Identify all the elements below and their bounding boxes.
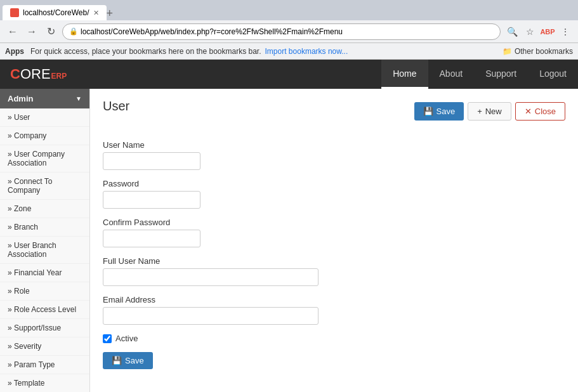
tab-bar: localhost/CoreWeb/ ✕ +: [0, 0, 578, 20]
app-container: C ORE ERP Home About Support Logout Admi…: [0, 60, 578, 392]
browser-chrome: localhost/CoreWeb/ ✕ + ← → ↻ 🔒 🔍 ☆ ABP ⋮…: [0, 0, 578, 60]
confirm-password-input[interactable]: [103, 230, 200, 247]
nav-about[interactable]: About: [428, 60, 475, 89]
sidebar-item-user-company-association[interactable]: » User Company Association: [0, 145, 89, 173]
menu-icon[interactable]: ⋮: [558, 24, 573, 39]
bookmark-icon[interactable]: ☆: [522, 24, 537, 39]
full-user-name-group: Full User Name: [103, 256, 565, 286]
sidebar-item-zone[interactable]: » Zone: [0, 200, 89, 218]
bookmarks-bar: Apps For quick access, place your bookma…: [0, 43, 578, 60]
logo-core: C ORE ERP: [10, 66, 67, 82]
forward-button[interactable]: →: [24, 24, 39, 39]
active-group: Active: [103, 334, 565, 343]
main-content: User 💾 Save + New ✕ Close: [90, 89, 578, 392]
save-bottom-area: 💾 Save: [103, 352, 565, 369]
nav-support[interactable]: Support: [474, 60, 528, 89]
tab-favicon: [10, 8, 19, 17]
user-form: User Name Password Confirm Password Full…: [103, 135, 565, 369]
nav-home[interactable]: Home: [381, 60, 428, 89]
lock-icon: 🔒: [69, 27, 78, 36]
address-bar[interactable]: 🔒: [62, 23, 501, 40]
page-title: User: [103, 99, 129, 114]
other-bookmarks[interactable]: 📁 Other bookmarks: [502, 47, 573, 56]
save-label: Save: [437, 107, 456, 116]
bookmarks-text: For quick access, place your bookmarks h…: [30, 47, 261, 56]
save-bottom-icon: 💾: [112, 356, 122, 365]
active-checkbox[interactable]: [103, 334, 112, 343]
logo-ore: ORE: [20, 66, 51, 82]
sidebar-item-financial-year[interactable]: » Financial Year: [0, 264, 89, 282]
email-label: Email Address: [103, 295, 565, 304]
app-body: Admin ▼ » User » Company » User Company …: [0, 89, 578, 392]
search-icon[interactable]: 🔍: [504, 24, 520, 39]
other-bookmarks-label: Other bookmarks: [515, 47, 573, 56]
close-icon: ✕: [525, 107, 532, 116]
sidebar-item-branch[interactable]: » Branch: [0, 218, 89, 237]
plus-icon: +: [477, 107, 482, 116]
nav-links: Home About Support Logout: [381, 60, 578, 89]
url-input[interactable]: [81, 27, 494, 36]
nav-logout[interactable]: Logout: [528, 60, 578, 89]
user-name-group: User Name: [103, 140, 565, 170]
apps-button[interactable]: Apps: [5, 47, 24, 56]
sidebar: Admin ▼ » User » Company » User Company …: [0, 89, 90, 392]
page-header: User 💾 Save + New ✕ Close: [103, 99, 565, 124]
full-user-name-label: Full User Name: [103, 256, 565, 266]
toolbar-icons: 🔍 ☆ ABP ⋮: [504, 24, 573, 39]
new-label: New: [485, 107, 502, 116]
sidebar-item-user[interactable]: » User: [0, 108, 89, 127]
active-label: Active: [115, 334, 138, 343]
app-navbar: C ORE ERP Home About Support Logout: [0, 60, 578, 89]
new-tab-button[interactable]: +: [107, 7, 114, 20]
sidebar-item-role[interactable]: » Role: [0, 282, 89, 301]
sidebar-item-user-branch-association[interactable]: » User Branch Association: [0, 237, 89, 264]
password-input[interactable]: [103, 191, 200, 209]
new-button[interactable]: + New: [468, 102, 511, 121]
sidebar-item-company[interactable]: » Company: [0, 127, 89, 145]
logo-c: C: [10, 66, 20, 82]
save-button[interactable]: 💾 Save: [414, 102, 464, 121]
sidebar-item-role-access-level[interactable]: » Role Access Level: [0, 301, 89, 319]
tab-close-button[interactable]: ✕: [93, 9, 99, 17]
sidebar-admin-label: Admin: [8, 94, 33, 103]
email-group: Email Address: [103, 295, 565, 325]
password-group: Password: [103, 179, 565, 209]
sidebar-item-param-type[interactable]: » Param Type: [0, 356, 89, 374]
logo-erp: ERP: [51, 72, 67, 81]
sidebar-admin-toggle[interactable]: Admin ▼: [0, 89, 89, 108]
folder-icon: 📁: [502, 47, 512, 56]
user-name-label: User Name: [103, 140, 565, 150]
sidebar-item-severity[interactable]: » Severity: [0, 337, 89, 356]
user-name-input[interactable]: [103, 152, 200, 170]
confirm-password-label: Confirm Password: [103, 218, 565, 227]
active-tab[interactable]: localhost/CoreWeb/ ✕: [3, 5, 107, 20]
sidebar-arrow-icon: ▼: [76, 95, 82, 102]
tab-title: localhost/CoreWeb/: [23, 8, 89, 17]
reload-button[interactable]: ↻: [43, 24, 58, 39]
full-user-name-input[interactable]: [103, 268, 319, 286]
app-logo: C ORE ERP: [0, 66, 77, 82]
sidebar-item-connect-to-company[interactable]: » Connect To Company: [0, 173, 89, 200]
save-icon: 💾: [423, 107, 433, 116]
import-bookmarks-link[interactable]: Import bookmarks now...: [265, 47, 348, 56]
back-button[interactable]: ←: [5, 24, 20, 39]
save-bottom-label: Save: [125, 356, 144, 365]
password-label: Password: [103, 179, 565, 188]
browser-toolbar: ← → ↻ 🔒 🔍 ☆ ABP ⋮: [0, 20, 578, 43]
save-bottom-button[interactable]: 💾 Save: [103, 352, 153, 369]
sidebar-item-support-issue[interactable]: » Support/Issue: [0, 319, 89, 337]
action-buttons: 💾 Save + New ✕ Close: [414, 102, 566, 121]
close-label: Close: [535, 107, 556, 116]
sidebar-item-template[interactable]: » Template: [0, 374, 89, 392]
confirm-password-group: Confirm Password: [103, 218, 565, 247]
email-input[interactable]: [103, 307, 319, 325]
adblock-icon[interactable]: ABP: [540, 24, 555, 39]
close-button[interactable]: ✕ Close: [515, 102, 565, 121]
